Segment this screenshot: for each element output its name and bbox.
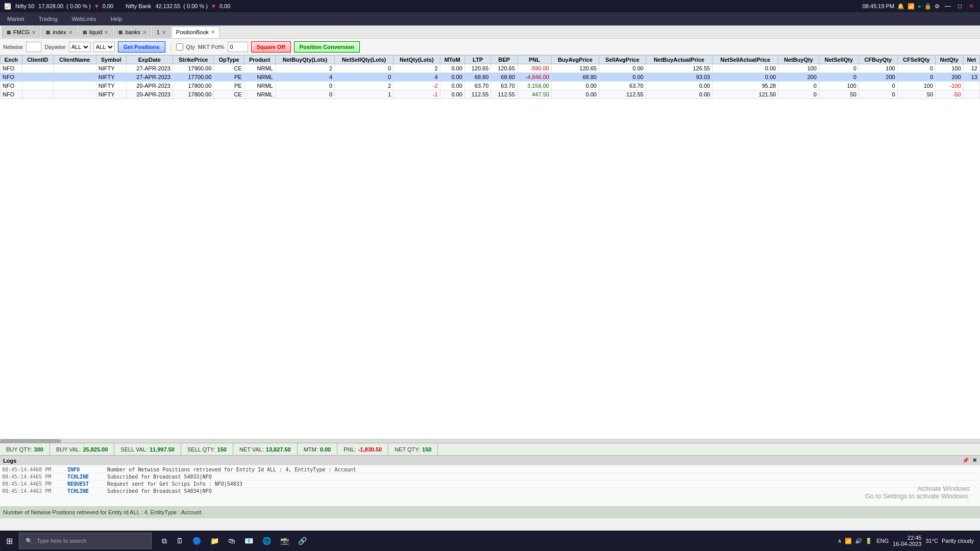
- logs-close-icon[interactable]: ✕: [972, 457, 977, 464]
- table-cell: 0: [778, 90, 819, 99]
- get-positions-button[interactable]: Get Positions: [118, 41, 165, 53]
- table-cell: [22, 90, 53, 99]
- logs-header: Logs 📌 ✕: [0, 455, 980, 465]
- table-cell: 0: [897, 73, 935, 82]
- table-row[interactable]: NFONIFTY20-APR-202317800.00CENRML01-10.0…: [1, 90, 980, 99]
- tray-lang: ENG: [876, 538, 889, 544]
- taskbar-edge-button[interactable]: 🔵: [188, 534, 205, 548]
- taskbar-folder-button[interactable]: 📁: [206, 534, 223, 548]
- table-cell: CE: [214, 64, 244, 73]
- stat-label: MTM:: [304, 446, 318, 453]
- log-time: 08:45:14.4468 PM: [2, 467, 63, 472]
- table-row[interactable]: NFONIFTY27-APR-202317700.00PENRML4040.00…: [1, 73, 980, 82]
- tab-liquid-icon: ▦: [83, 30, 87, 35]
- stat-label: BUY QTY:: [6, 446, 32, 453]
- table-cell: 0.00: [599, 73, 646, 82]
- tab-banks-close[interactable]: ✕: [142, 30, 146, 35]
- taskbar-store-button[interactable]: 🛍: [224, 534, 239, 548]
- table-cell: 100: [778, 64, 819, 73]
- table-cell: 200: [936, 73, 963, 82]
- table-row[interactable]: NFONIFTY27-APR-202317900.00CENRML2020.00…: [1, 64, 980, 73]
- tab-positionbook-close[interactable]: ✕: [211, 29, 215, 35]
- maximize-button[interactable]: □: [956, 3, 964, 10]
- table-cell: -2: [394, 82, 440, 90]
- table-cell: [22, 82, 53, 90]
- minimize-button[interactable]: —: [943, 3, 953, 10]
- taskbar-widget-button[interactable]: 🗓: [172, 534, 187, 548]
- stat-value: -1,830.50: [358, 446, 382, 453]
- tray-weather-label: Partly cloudy: [942, 538, 974, 544]
- taskbar-chrome-button[interactable]: 🌐: [258, 534, 275, 548]
- table-cell: 112.55: [599, 90, 646, 99]
- logs-pin-icon[interactable]: 📌: [962, 457, 969, 464]
- nifty50-value: 17,828.00: [38, 3, 63, 9]
- stat-value: 300: [34, 446, 43, 453]
- position-conversion-button[interactable]: Position Conversion: [294, 41, 360, 53]
- table-cell: [53, 73, 96, 82]
- close-button[interactable]: ✕: [967, 3, 976, 10]
- table-cell: 17900.00: [173, 64, 213, 73]
- menu-trading[interactable]: Trading: [36, 15, 61, 23]
- taskbar-view-button[interactable]: ⧉: [158, 534, 171, 548]
- col-netqty-lots: NetQty(Lots): [394, 56, 440, 64]
- table-cell: 100: [819, 82, 859, 90]
- tab-banks[interactable]: ▦ banks ✕: [114, 27, 151, 38]
- notification-icon[interactable]: 🔔: [897, 3, 904, 10]
- tab-1[interactable]: 1 ✕: [152, 27, 170, 38]
- table-cell: 63.70: [491, 82, 518, 90]
- stat-label: PNL:: [344, 446, 356, 453]
- log-entry: 08:45:14.4468 PMINFONumber of Netwise Po…: [2, 466, 978, 473]
- table-cell: 68.80: [551, 73, 599, 82]
- start-button[interactable]: ⊞: [2, 533, 17, 549]
- tab-positionbook[interactable]: PositionBook ✕: [172, 27, 219, 38]
- table-cell: 0: [335, 73, 394, 82]
- tab-fmcg-close[interactable]: ✕: [32, 30, 36, 35]
- table-cell: NRML: [244, 64, 275, 73]
- mktpct-input[interactable]: [228, 42, 248, 52]
- taskbar-photos-button[interactable]: 📸: [276, 534, 293, 548]
- table-cell: 120.65: [464, 64, 491, 73]
- taskbar-mail-button[interactable]: 📧: [240, 534, 257, 548]
- col-optype: OpType: [214, 56, 244, 64]
- tab-index-close[interactable]: ✕: [68, 30, 72, 35]
- table-cell: 2: [394, 64, 440, 73]
- tab-liquid-close[interactable]: ✕: [104, 30, 108, 35]
- taskbar-search[interactable]: 🔍 Type here to search: [19, 533, 152, 549]
- netwise-input[interactable]: [26, 42, 41, 52]
- title-bar-left: 📈 Nifty 50 17,828.00 ( 0.00 % ) ▼ 0.00 N…: [4, 3, 230, 10]
- table-cell: 13: [963, 73, 979, 82]
- tab-1-close[interactable]: ✕: [162, 30, 166, 35]
- all-select-2[interactable]: ALL: [93, 42, 115, 52]
- logs-label: Logs: [3, 458, 16, 464]
- col-pnl: PNL: [517, 56, 551, 64]
- table-cell: 68.80: [464, 73, 491, 82]
- nifty50-diff: 0.00: [103, 3, 113, 9]
- all-select-1[interactable]: ALL: [69, 42, 90, 52]
- table-row[interactable]: NFONIFTY20-APR-202317800.00PENRML02-20.0…: [1, 82, 980, 90]
- menu-market[interactable]: Market: [4, 15, 28, 23]
- stat-label: SELL VAL:: [120, 446, 148, 453]
- menu-help[interactable]: Help: [108, 15, 126, 23]
- table-cell: 68.80: [491, 73, 518, 82]
- table-cell: NFO: [1, 90, 22, 99]
- niftybank-value: 42,132.55: [155, 3, 180, 9]
- tab-fmcg[interactable]: ▦ FMCG ✕: [2, 27, 40, 38]
- tab-index[interactable]: ▦ index ✕: [41, 27, 77, 38]
- tray-up-icon[interactable]: ∧: [838, 538, 842, 544]
- logs-controls: 📌 ✕: [962, 457, 977, 464]
- qty-checkbox[interactable]: [176, 43, 183, 51]
- col-cfsellqty: CFSellQty: [897, 56, 935, 64]
- table-cell: 0: [778, 82, 819, 90]
- col-cfbuyqty: CFBuyQty: [859, 56, 897, 64]
- square-off-button[interactable]: Square Off: [251, 41, 291, 53]
- tab-liquid[interactable]: ▦ liquid ✕: [78, 27, 113, 38]
- col-netsellactualprice: NetSellActualPrice: [713, 56, 778, 64]
- stat-value: 150: [217, 446, 227, 453]
- table-cell: 17700.00: [173, 73, 213, 82]
- menu-weblinks[interactable]: WebLinks: [69, 15, 100, 23]
- gear-icon[interactable]: ⚙: [935, 3, 940, 10]
- bottom-stat: NET VAL:13,827.50: [233, 443, 298, 455]
- horizontal-scrollbar[interactable]: [0, 439, 980, 443]
- taskbar-link-button[interactable]: 🔗: [294, 534, 311, 548]
- table-cell: 4: [394, 73, 440, 82]
